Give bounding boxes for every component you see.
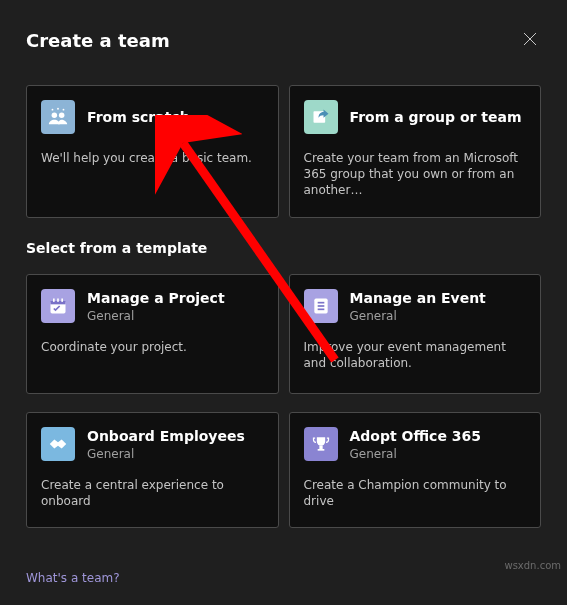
card-manage-event[interactable]: Manage an Event General Improve your eve… <box>289 274 542 394</box>
card-description: Create a central experience to onboard <box>41 477 264 509</box>
card-description: Create a Champion community to drive <box>304 477 527 509</box>
svg-point-5 <box>57 108 59 110</box>
svg-rect-11 <box>57 298 59 301</box>
card-title: From a group or team <box>350 108 522 126</box>
card-description: Improve your event management and collab… <box>304 339 527 371</box>
card-manage-project[interactable]: Manage a Project General Coordinate your… <box>26 274 279 394</box>
card-description: We'll help you create a basic team. <box>41 150 264 166</box>
trophy-icon <box>304 427 338 461</box>
whats-a-team-link[interactable]: What's a team? <box>26 571 120 585</box>
close-button[interactable] <box>519 28 541 53</box>
share-icon <box>304 100 338 134</box>
card-title: Onboard Employees <box>87 427 245 445</box>
page-title: Create a team <box>26 30 170 51</box>
card-onboard-employees[interactable]: Onboard Employees General Create a centr… <box>26 412 279 529</box>
card-adopt-office[interactable]: Adopt Office 365 General Create a Champi… <box>289 412 542 529</box>
checklist-icon <box>304 289 338 323</box>
card-description: Coordinate your project. <box>41 339 264 355</box>
svg-point-2 <box>52 112 58 118</box>
card-subtitle: General <box>350 447 481 461</box>
close-icon <box>523 32 537 46</box>
svg-rect-10 <box>53 298 55 301</box>
card-title: Manage a Project <box>87 289 225 307</box>
calendar-icon <box>41 289 75 323</box>
card-from-scratch[interactable]: From scratch We'll help you create a bas… <box>26 85 279 218</box>
svg-point-6 <box>63 109 65 111</box>
card-subtitle: General <box>87 309 225 323</box>
watermark: wsxdn.com <box>504 560 561 571</box>
svg-point-3 <box>59 112 64 118</box>
people-icon <box>41 100 75 134</box>
svg-rect-12 <box>61 298 63 301</box>
svg-point-4 <box>52 109 54 111</box>
card-from-group[interactable]: From a group or team Create your team fr… <box>289 85 542 218</box>
svg-rect-17 <box>319 445 322 448</box>
card-subtitle: General <box>350 309 486 323</box>
card-description: Create your team from an Microsoft 365 g… <box>304 150 527 199</box>
section-title: Select from a template <box>0 218 567 256</box>
card-title: Manage an Event <box>350 289 486 307</box>
svg-rect-18 <box>317 449 324 451</box>
card-subtitle: General <box>87 447 245 461</box>
svg-rect-16 <box>317 308 324 310</box>
card-title: Adopt Office 365 <box>350 427 481 445</box>
handshake-icon <box>41 427 75 461</box>
svg-rect-14 <box>317 301 324 303</box>
svg-rect-15 <box>317 305 324 307</box>
card-title: From scratch <box>87 108 190 126</box>
